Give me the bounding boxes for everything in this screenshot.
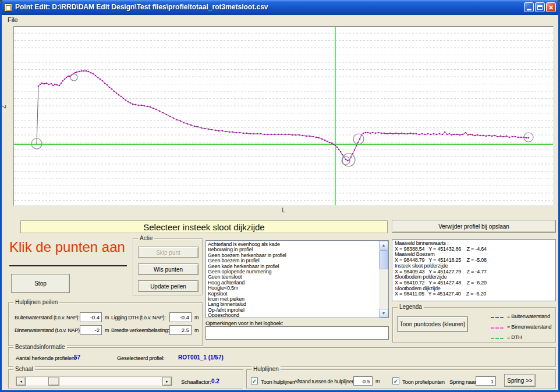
hulplijnen-group-label: Hulplijnen bbox=[251, 366, 281, 372]
selection-banner: Selecteer insteek sloot dijkzijde bbox=[20, 220, 388, 233]
scroll-left-icon: ◄ bbox=[19, 380, 23, 383]
aantal-profielen-label: Aantal herkende profielen: bbox=[16, 355, 76, 361]
hulplijnen-group: Hulplijnen ✓ Toon hulplijnen Afstand tus… bbox=[246, 369, 556, 389]
toon-profielpunten-label: Toon profielpunten bbox=[402, 379, 445, 385]
legenda-group: Legenda Toon puntcodes (kleuren) = Buite… bbox=[392, 307, 556, 343]
opmerkingen-label: Opmerkingen voor in het logboek: bbox=[205, 320, 283, 326]
list-item[interactable]: Opgeschoond bbox=[208, 313, 379, 317]
minimize-button[interactable] bbox=[524, 2, 534, 12]
info-point-coords: X = 98411.05 Y = 451427.40 Z = -6.20 bbox=[395, 291, 553, 297]
l-axis-label: L bbox=[13, 207, 554, 213]
log-options-listbox[interactable]: Achterland is evenhoog als kadeBebouwing… bbox=[205, 240, 389, 318]
scroll-down-icon: ▼ bbox=[382, 311, 386, 315]
scroll-left-button[interactable]: ◄ bbox=[16, 377, 26, 386]
schaalfactor-value: 0.2 bbox=[211, 378, 219, 384]
scroll-down-button[interactable]: ▼ bbox=[379, 309, 388, 318]
scroll-thumb[interactable] bbox=[379, 250, 388, 269]
close-button[interactable]: ✕ bbox=[546, 2, 556, 12]
breedte-unit: m bbox=[194, 327, 199, 333]
legend-label: = Buitenwaterstand bbox=[507, 313, 550, 319]
toon-profielpunten-checkbox[interactable]: ✓ bbox=[392, 377, 399, 384]
bestandsinformatie-label: Bestandsinformatie bbox=[13, 344, 67, 350]
bestandsinformatie-group: Bestandsinformatie Aantal herkende profi… bbox=[8, 347, 556, 367]
schaalfactor-label: Schaalfactor: bbox=[181, 379, 211, 385]
legend-dash-icon bbox=[491, 327, 504, 329]
binnenwaterstand-unit: m bbox=[105, 327, 109, 333]
legend-label: = Binnenwaterstand bbox=[507, 324, 551, 330]
actie-group-label: Actie bbox=[138, 235, 154, 241]
titlebar[interactable]: Point Edit: D:\RRD\DAM Edit Design\Test … bbox=[0, 0, 560, 15]
instruction-divider bbox=[9, 265, 127, 266]
spring-naar-input[interactable] bbox=[476, 376, 496, 386]
toon-hulplijnen-checkbox[interactable]: ✓ bbox=[251, 377, 258, 384]
spring-naar-label: Spring naar: bbox=[449, 379, 477, 385]
scroll-right-button[interactable]: ► bbox=[162, 377, 172, 386]
skip-punt-button[interactable]: Skip punt bbox=[138, 247, 199, 258]
stop-button[interactable]: Stop bbox=[11, 274, 70, 293]
hulplijnen-peilen-label: Hulplijnen peilen bbox=[13, 299, 59, 305]
scroll-up-button[interactable]: ▲ bbox=[379, 241, 388, 250]
z-axis-label: Z bbox=[1, 105, 7, 108]
schaal-group: Schaal ◄ ► Schaalfactor: 0.2 bbox=[8, 369, 243, 389]
wis-punten-button[interactable]: Wis punten bbox=[138, 263, 199, 275]
opmerkingen-input[interactable] bbox=[205, 326, 389, 340]
binnenwaterstand-input[interactable] bbox=[80, 325, 102, 335]
app-window: Point Edit: D:\RRD\DAM Edit Design\Test … bbox=[0, 0, 560, 392]
breedte-label: Breedte verkeersbelasting: bbox=[111, 327, 169, 333]
maximize-button[interactable] bbox=[535, 2, 545, 12]
aantal-profielen-value: 57 bbox=[74, 354, 80, 361]
buitenwaterstand-label: Buitenwaterstand (t.o.v. NAP): bbox=[15, 315, 79, 320]
legend-dash-icon bbox=[491, 317, 504, 318]
app-icon bbox=[4, 3, 12, 12]
ligging-dth-input[interactable] bbox=[169, 312, 192, 322]
ligging-dth-label: Ligging DTH (t.o.v. NAP): bbox=[111, 315, 165, 320]
legend-entry: = Buitenwaterstand bbox=[491, 313, 555, 320]
scroll-right-icon: ► bbox=[165, 380, 169, 383]
schaal-scroll-thumb[interactable] bbox=[48, 377, 59, 386]
schaal-scrollbar[interactable]: ◄ ► bbox=[16, 376, 172, 386]
binnenwaterstand-label: Binnenwaterstand (t.o.v. NAP): bbox=[15, 327, 81, 333]
menu-bar: File bbox=[2, 15, 558, 25]
menu-file[interactable]: File bbox=[5, 16, 21, 24]
afstand-unit: m bbox=[375, 378, 380, 384]
check-icon: ✓ bbox=[252, 378, 257, 384]
verwijder-profiel-button[interactable]: Verwijder profiel bij opslaan bbox=[392, 220, 556, 233]
ligging-dth-unit: m bbox=[194, 315, 199, 320]
list-item[interactable]: Hoogte<0,5m bbox=[208, 286, 379, 291]
hulplijnen-peilen-group: Hulplijnen peilen Buitenwaterstand (t.o.… bbox=[8, 302, 203, 346]
toon-puntcodes-button[interactable]: Toon puntcodes (kleuren) bbox=[397, 316, 468, 332]
afstand-label: Afstand tussen de hulplijnen: bbox=[294, 379, 356, 384]
update-peilen-button[interactable]: Update peilen bbox=[138, 280, 199, 292]
spring-button[interactable]: Spring >> bbox=[504, 374, 536, 387]
profile-plot[interactable] bbox=[14, 27, 553, 205]
legend-entry: = DTH bbox=[491, 334, 555, 341]
afstand-input[interactable] bbox=[353, 376, 373, 386]
schaal-group-label: Schaal bbox=[13, 366, 35, 372]
list-scrollbar[interactable]: ▲ ▼ bbox=[379, 241, 388, 318]
window-title: Point Edit: D:\RRD\DAM Edit Design\Test … bbox=[15, 3, 268, 11]
geselecteerd-profiel-label: Geselecteerd profiel: bbox=[117, 355, 164, 361]
legenda-group-label: Legenda bbox=[398, 304, 424, 310]
minimize-icon bbox=[527, 9, 531, 10]
profile-chart[interactable] bbox=[13, 26, 554, 206]
legend-label: = DTH bbox=[507, 334, 522, 340]
toon-hulplijnen-label: Toon hulplijnen bbox=[261, 379, 295, 385]
close-icon: ✕ bbox=[548, 5, 554, 10]
actie-group: Actie Skip punt Wis punten Update peilen bbox=[133, 238, 203, 295]
buitenwaterstand-unit: m bbox=[105, 315, 109, 320]
log-option-list: Achterland is evenhoog als kadeBebouwing… bbox=[207, 241, 379, 317]
breedte-input[interactable] bbox=[169, 325, 192, 335]
instruction-text: Klik de punten aan bbox=[9, 239, 125, 255]
legend-entry: = Binnenwaterstand bbox=[491, 324, 555, 331]
point-info-panel[interactable]: Maaiveld binnenwaarts :X = 98388.54 Y = … bbox=[392, 239, 556, 301]
scroll-up-icon: ▲ bbox=[382, 243, 386, 247]
legend-dash-icon bbox=[491, 338, 504, 339]
maximize-icon bbox=[537, 5, 543, 10]
buitenwaterstand-input[interactable] bbox=[80, 312, 102, 322]
check-icon: ✓ bbox=[394, 378, 398, 384]
geselecteerd-profiel-value: ROT001_1 (1/57) bbox=[178, 354, 224, 361]
